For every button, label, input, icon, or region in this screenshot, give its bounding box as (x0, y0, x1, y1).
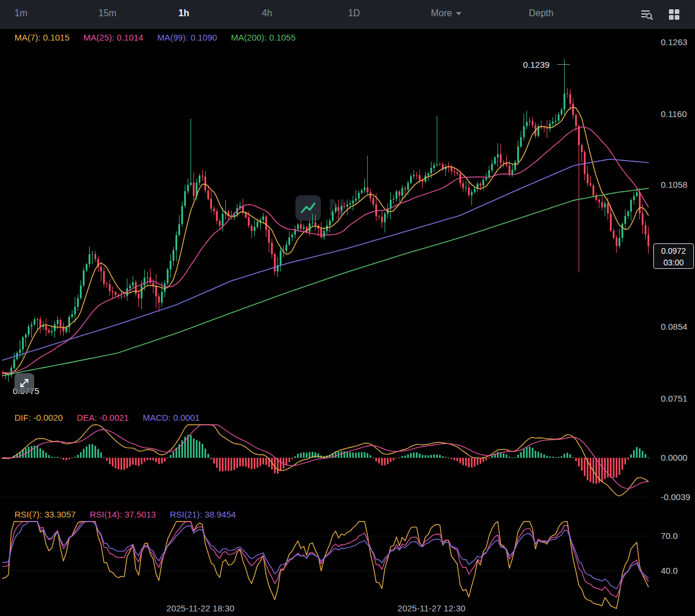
ma-legend: MA(7): 0.1015 MA(25): 0.1014 MA(99): 0.1… (14, 32, 296, 42)
timeframe-tab-4h[interactable]: 4h (262, 8, 272, 19)
more-label: More (431, 8, 452, 18)
current-price-tag: 0.0972 03:00 (653, 243, 694, 269)
ma99-value: MA(99): 0.1090 (157, 32, 217, 42)
ma25-value: MA(25): 0.1014 (83, 32, 143, 42)
depth-tab[interactable]: Depth (529, 8, 554, 19)
timeframe-tab-15m[interactable]: 15m (98, 8, 116, 19)
candle-countdown: 03:00 (654, 257, 693, 268)
timeframe-tab-1m[interactable]: 1m (14, 8, 27, 19)
dea-value: DEA: -0.0021 (76, 413, 129, 422)
macd-legend: DIF: -0.0020 DEA: -0.0021 MACD: 0.0001 (14, 413, 200, 422)
high-price-label: 0.1239 (523, 60, 550, 70)
rsi14-value: RSI(14): 37.5013 (90, 509, 156, 519)
dif-value: DIF: -0.0020 (14, 413, 63, 422)
expand-chart-button[interactable] (14, 373, 34, 393)
rsi7-value: RSI(7): 33.3057 (14, 509, 76, 519)
trading-chart-app: 1m 15m 1h 4h 1D More Depth N MA(7): 0.1 (0, 0, 695, 616)
ma7-value: MA(7): 0.1015 (14, 32, 70, 42)
chart-canvas[interactable] (0, 0, 695, 616)
chart-toolbar: 1m 15m 1h 4h 1D More Depth (0, 0, 695, 29)
indicator-settings-icon[interactable] (639, 8, 654, 23)
ma200-value: MA(200): 0.1055 (231, 32, 296, 42)
more-dropdown[interactable]: More (431, 8, 462, 19)
timeframe-tab-1d[interactable]: 1D (348, 8, 360, 19)
rsi-legend: RSI(7): 33.3057 RSI(14): 37.5013 RSI(21)… (14, 509, 236, 519)
timeframe-tab-1h[interactable]: 1h (178, 8, 189, 19)
high-price-pointer (557, 64, 570, 65)
chevron-down-icon (456, 12, 462, 15)
macd-value: MACD: 0.0001 (142, 413, 199, 422)
rsi21-value: RSI(21): 38.9454 (170, 509, 236, 519)
grid-layout-icon[interactable] (667, 8, 682, 23)
expand-arrows-icon (19, 377, 30, 389)
current-price: 0.0972 (654, 245, 693, 257)
